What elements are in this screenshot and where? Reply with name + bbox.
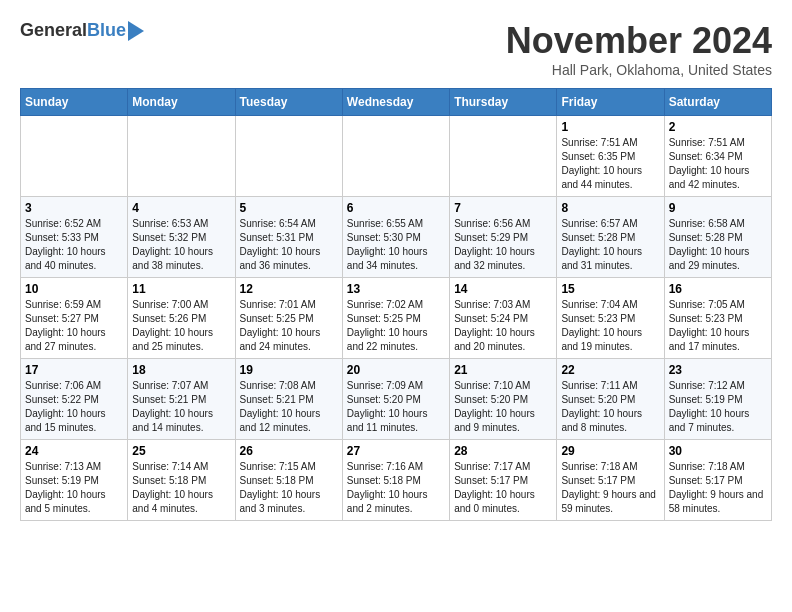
day-info: Sunrise: 7:51 AM Sunset: 6:35 PM Dayligh… [561, 136, 659, 192]
day-number: 24 [25, 444, 123, 458]
calendar-cell: 29Sunrise: 7:18 AM Sunset: 5:17 PM Dayli… [557, 440, 664, 521]
location-subtitle: Hall Park, Oklahoma, United States [506, 62, 772, 78]
day-number: 6 [347, 201, 445, 215]
calendar-cell: 5Sunrise: 6:54 AM Sunset: 5:31 PM Daylig… [235, 197, 342, 278]
day-info: Sunrise: 6:54 AM Sunset: 5:31 PM Dayligh… [240, 217, 338, 273]
day-number: 16 [669, 282, 767, 296]
day-of-week-header: Monday [128, 89, 235, 116]
day-number: 20 [347, 363, 445, 377]
day-number: 22 [561, 363, 659, 377]
calendar-cell [342, 116, 449, 197]
calendar-cell: 15Sunrise: 7:04 AM Sunset: 5:23 PM Dayli… [557, 278, 664, 359]
day-info: Sunrise: 7:12 AM Sunset: 5:19 PM Dayligh… [669, 379, 767, 435]
calendar-cell: 1Sunrise: 7:51 AM Sunset: 6:35 PM Daylig… [557, 116, 664, 197]
day-info: Sunrise: 7:51 AM Sunset: 6:34 PM Dayligh… [669, 136, 767, 192]
calendar-cell: 3Sunrise: 6:52 AM Sunset: 5:33 PM Daylig… [21, 197, 128, 278]
day-number: 25 [132, 444, 230, 458]
day-number: 26 [240, 444, 338, 458]
calendar-cell: 30Sunrise: 7:18 AM Sunset: 5:17 PM Dayli… [664, 440, 771, 521]
day-number: 12 [240, 282, 338, 296]
day-info: Sunrise: 7:05 AM Sunset: 5:23 PM Dayligh… [669, 298, 767, 354]
day-number: 7 [454, 201, 552, 215]
day-info: Sunrise: 7:13 AM Sunset: 5:19 PM Dayligh… [25, 460, 123, 516]
day-number: 18 [132, 363, 230, 377]
day-info: Sunrise: 7:07 AM Sunset: 5:21 PM Dayligh… [132, 379, 230, 435]
logo-arrow-icon [128, 21, 144, 41]
day-number: 8 [561, 201, 659, 215]
day-number: 27 [347, 444, 445, 458]
calendar-week-row: 17Sunrise: 7:06 AM Sunset: 5:22 PM Dayli… [21, 359, 772, 440]
day-info: Sunrise: 7:18 AM Sunset: 5:17 PM Dayligh… [561, 460, 659, 516]
calendar-week-row: 24Sunrise: 7:13 AM Sunset: 5:19 PM Dayli… [21, 440, 772, 521]
logo: General Blue [20, 20, 144, 41]
logo-blue-text: Blue [87, 20, 126, 41]
day-info: Sunrise: 6:55 AM Sunset: 5:30 PM Dayligh… [347, 217, 445, 273]
calendar-cell [21, 116, 128, 197]
calendar-cell: 10Sunrise: 6:59 AM Sunset: 5:27 PM Dayli… [21, 278, 128, 359]
day-number: 23 [669, 363, 767, 377]
day-info: Sunrise: 7:06 AM Sunset: 5:22 PM Dayligh… [25, 379, 123, 435]
day-number: 28 [454, 444, 552, 458]
calendar-cell: 23Sunrise: 7:12 AM Sunset: 5:19 PM Dayli… [664, 359, 771, 440]
day-info: Sunrise: 6:57 AM Sunset: 5:28 PM Dayligh… [561, 217, 659, 273]
logo-general-text: General [20, 20, 87, 41]
day-of-week-header: Friday [557, 89, 664, 116]
day-info: Sunrise: 6:58 AM Sunset: 5:28 PM Dayligh… [669, 217, 767, 273]
day-number: 14 [454, 282, 552, 296]
day-of-week-header: Sunday [21, 89, 128, 116]
day-number: 2 [669, 120, 767, 134]
calendar-table: SundayMondayTuesdayWednesdayThursdayFrid… [20, 88, 772, 521]
day-info: Sunrise: 7:10 AM Sunset: 5:20 PM Dayligh… [454, 379, 552, 435]
day-number: 17 [25, 363, 123, 377]
day-info: Sunrise: 7:15 AM Sunset: 5:18 PM Dayligh… [240, 460, 338, 516]
day-info: Sunrise: 6:56 AM Sunset: 5:29 PM Dayligh… [454, 217, 552, 273]
day-number: 1 [561, 120, 659, 134]
day-info: Sunrise: 7:08 AM Sunset: 5:21 PM Dayligh… [240, 379, 338, 435]
day-of-week-header: Tuesday [235, 89, 342, 116]
day-info: Sunrise: 7:18 AM Sunset: 5:17 PM Dayligh… [669, 460, 767, 516]
day-info: Sunrise: 7:09 AM Sunset: 5:20 PM Dayligh… [347, 379, 445, 435]
calendar-cell [128, 116, 235, 197]
day-info: Sunrise: 7:02 AM Sunset: 5:25 PM Dayligh… [347, 298, 445, 354]
day-number: 11 [132, 282, 230, 296]
calendar-cell: 28Sunrise: 7:17 AM Sunset: 5:17 PM Dayli… [450, 440, 557, 521]
calendar-cell: 25Sunrise: 7:14 AM Sunset: 5:18 PM Dayli… [128, 440, 235, 521]
calendar-cell [235, 116, 342, 197]
calendar-cell: 20Sunrise: 7:09 AM Sunset: 5:20 PM Dayli… [342, 359, 449, 440]
day-info: Sunrise: 6:59 AM Sunset: 5:27 PM Dayligh… [25, 298, 123, 354]
calendar-cell: 4Sunrise: 6:53 AM Sunset: 5:32 PM Daylig… [128, 197, 235, 278]
calendar-cell: 14Sunrise: 7:03 AM Sunset: 5:24 PM Dayli… [450, 278, 557, 359]
calendar-header-row: SundayMondayTuesdayWednesdayThursdayFrid… [21, 89, 772, 116]
day-info: Sunrise: 7:00 AM Sunset: 5:26 PM Dayligh… [132, 298, 230, 354]
calendar-cell: 16Sunrise: 7:05 AM Sunset: 5:23 PM Dayli… [664, 278, 771, 359]
day-of-week-header: Wednesday [342, 89, 449, 116]
calendar-cell: 9Sunrise: 6:58 AM Sunset: 5:28 PM Daylig… [664, 197, 771, 278]
day-info: Sunrise: 7:16 AM Sunset: 5:18 PM Dayligh… [347, 460, 445, 516]
calendar-cell: 19Sunrise: 7:08 AM Sunset: 5:21 PM Dayli… [235, 359, 342, 440]
day-info: Sunrise: 7:03 AM Sunset: 5:24 PM Dayligh… [454, 298, 552, 354]
calendar-cell: 2Sunrise: 7:51 AM Sunset: 6:34 PM Daylig… [664, 116, 771, 197]
day-info: Sunrise: 7:11 AM Sunset: 5:20 PM Dayligh… [561, 379, 659, 435]
calendar-cell: 7Sunrise: 6:56 AM Sunset: 5:29 PM Daylig… [450, 197, 557, 278]
day-number: 21 [454, 363, 552, 377]
day-info: Sunrise: 6:52 AM Sunset: 5:33 PM Dayligh… [25, 217, 123, 273]
day-info: Sunrise: 7:01 AM Sunset: 5:25 PM Dayligh… [240, 298, 338, 354]
day-number: 5 [240, 201, 338, 215]
calendar-cell: 13Sunrise: 7:02 AM Sunset: 5:25 PM Dayli… [342, 278, 449, 359]
calendar-week-row: 10Sunrise: 6:59 AM Sunset: 5:27 PM Dayli… [21, 278, 772, 359]
calendar-cell: 24Sunrise: 7:13 AM Sunset: 5:19 PM Dayli… [21, 440, 128, 521]
calendar-cell: 8Sunrise: 6:57 AM Sunset: 5:28 PM Daylig… [557, 197, 664, 278]
calendar-cell: 27Sunrise: 7:16 AM Sunset: 5:18 PM Dayli… [342, 440, 449, 521]
page-header: General Blue November 2024 Hall Park, Ok… [20, 20, 772, 78]
day-of-week-header: Saturday [664, 89, 771, 116]
calendar-cell: 22Sunrise: 7:11 AM Sunset: 5:20 PM Dayli… [557, 359, 664, 440]
day-info: Sunrise: 7:14 AM Sunset: 5:18 PM Dayligh… [132, 460, 230, 516]
day-number: 3 [25, 201, 123, 215]
calendar-cell: 11Sunrise: 7:00 AM Sunset: 5:26 PM Dayli… [128, 278, 235, 359]
day-number: 30 [669, 444, 767, 458]
calendar-cell: 26Sunrise: 7:15 AM Sunset: 5:18 PM Dayli… [235, 440, 342, 521]
title-block: November 2024 Hall Park, Oklahoma, Unite… [506, 20, 772, 78]
calendar-cell: 21Sunrise: 7:10 AM Sunset: 5:20 PM Dayli… [450, 359, 557, 440]
day-number: 9 [669, 201, 767, 215]
day-info: Sunrise: 7:04 AM Sunset: 5:23 PM Dayligh… [561, 298, 659, 354]
